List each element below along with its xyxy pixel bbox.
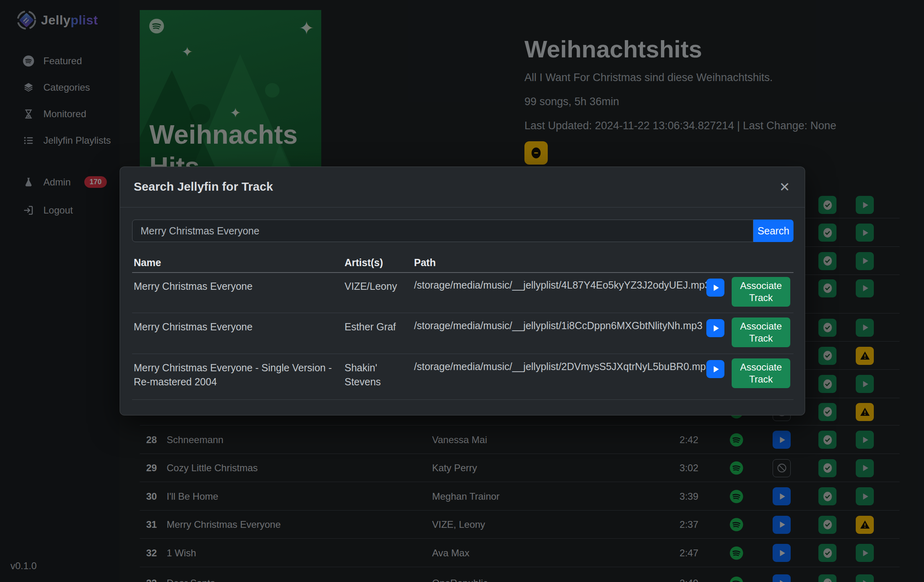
column-header-artist: Artist(s)	[345, 257, 383, 269]
result-name: Merry Christmas Everyone - Single Versio…	[134, 361, 339, 389]
close-icon[interactable]: ✕	[777, 179, 793, 195]
search-result-row: Merry Christmas Everyone Esther Graf /st…	[132, 313, 793, 354]
modal-title: Search Jellyfin for Track	[134, 180, 273, 193]
preview-play-button[interactable]	[706, 319, 724, 337]
result-path: /storage/media/music/__jellyplist/4L87Y4…	[414, 279, 711, 291]
play-icon	[710, 364, 721, 375]
app-root: Jellyplist Featured Categories Monitored…	[0, 0, 924, 582]
result-artist: Esther Graf	[345, 320, 405, 334]
play-icon	[710, 282, 721, 293]
result-name: Merry Christmas Everyone	[134, 320, 339, 334]
associate-track-button[interactable]: Associate Track	[732, 358, 790, 388]
search-button[interactable]: Search	[753, 220, 793, 242]
result-name: Merry Christmas Everyone	[134, 279, 339, 293]
associate-track-button[interactable]: Associate Track	[732, 277, 790, 307]
result-path: /storage/media/music/__jellyplist/2DVmys…	[414, 361, 711, 372]
search-result-row: Merry Christmas Everyone VIZE/Leony /sto…	[132, 273, 793, 313]
associate-track-button[interactable]: Associate Track	[732, 317, 790, 347]
modal-header: Search Jellyfin for Track ✕	[120, 167, 805, 208]
column-header-name: Name	[134, 257, 161, 269]
result-artist: Shakin' Stevens	[345, 361, 405, 389]
search-jellyfin-modal: Search Jellyfin for Track ✕ Search Name …	[120, 167, 805, 415]
search-input[interactable]	[132, 220, 753, 242]
column-header-path: Path	[414, 257, 436, 269]
preview-play-button[interactable]	[706, 360, 724, 378]
play-icon	[710, 323, 721, 334]
preview-play-button[interactable]	[706, 279, 724, 297]
result-artist: VIZE/Leony	[345, 279, 405, 293]
result-path: /storage/media/music/__jellyplist/1i8CcD…	[414, 320, 711, 332]
search-result-row: Merry Christmas Everyone - Single Versio…	[132, 354, 793, 400]
